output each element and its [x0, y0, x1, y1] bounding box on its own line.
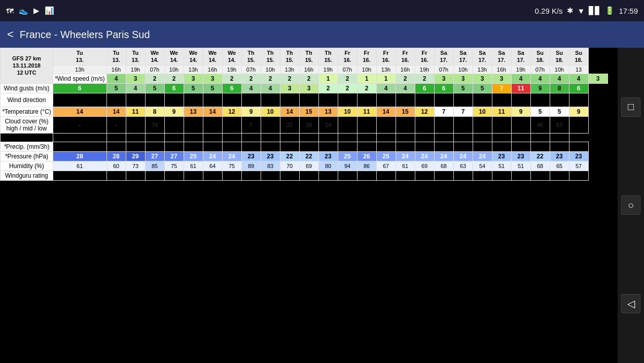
time-header: 10h [357, 65, 376, 74]
back-nav-button[interactable]: ◁ [621, 294, 640, 313]
wind-gust-cell: 4 [261, 83, 280, 93]
day-header: Th15. [318, 48, 338, 65]
wind-direction-cell: ↖ [222, 93, 241, 107]
day-header: Th15. [299, 48, 318, 65]
wind-direction-cell: ← [453, 93, 473, 107]
wind-speed-cell: 2 [241, 74, 261, 83]
temperature-cell: 15 [396, 107, 415, 116]
wind-speed-cell: 3 [434, 74, 453, 83]
windguru-rating-cell [453, 171, 473, 180]
wind-direction-cell: ← [396, 93, 415, 107]
windguru-rating-cell [126, 171, 145, 180]
humidity-cell: 51 [492, 161, 511, 171]
temperature-cell: 14 [106, 107, 126, 116]
wind-gusts-label: Wind gusts (m/s) [1, 83, 53, 93]
time-header: 16h [203, 65, 222, 74]
precip-cell [299, 142, 318, 151]
temperature-cell: 9 [241, 107, 261, 116]
day-header: Th15. [280, 48, 299, 65]
wind-direction-cell: ← [492, 93, 511, 107]
temperature-cell: 8 [145, 107, 164, 116]
wind-direction-cell: ← [511, 93, 530, 107]
windguru-rating-cell [415, 171, 434, 180]
precip-cell: - [53, 142, 106, 151]
cloud-mid-cell [299, 133, 318, 142]
pressure-cell: 23 [511, 151, 530, 161]
time-header: 16h [299, 65, 318, 74]
humidity-cell: 68 [530, 161, 550, 171]
day-header: Su18. [530, 48, 550, 65]
day-header: We14. [145, 48, 164, 65]
table-wrapper[interactable]: GFS 27 km13.11.201812 UTCTu13.Tu13.Tu13.… [0, 48, 618, 363]
time-header: 07h [530, 65, 550, 74]
wind-direction-cell: ← [473, 93, 492, 107]
wind-speed-cell: 3 [588, 74, 607, 83]
wind-speed-cell: 2 [415, 74, 434, 83]
temperature-cell: 7 [453, 107, 473, 116]
day-header: Sa17. [473, 48, 492, 65]
wind-speed-cell: 4 [530, 74, 550, 83]
day-header: Th15. [261, 48, 280, 65]
humidity-cell: 57 [569, 161, 588, 171]
wind-speed-label: *Wind speed (m/s) [53, 74, 106, 83]
pressure-cell: 22 [280, 151, 299, 161]
precip-cell [415, 142, 434, 151]
status-right: 0.29 K/s ✱ ▼ ▊▊ 🔋 17:59 [535, 6, 638, 15]
wind-gust-cell: 6 [434, 83, 453, 93]
wind-gust-cell: 3 [280, 83, 299, 93]
cloud-mid-cell [434, 133, 453, 142]
wind-speed-cell: 2 [396, 74, 415, 83]
day-header: Fr16. [396, 48, 415, 65]
precip-cell [453, 142, 473, 151]
back-button[interactable]: < [7, 28, 14, 41]
wind-speed-cell: 3 [473, 74, 492, 83]
pressure-cell: 25 [376, 151, 396, 161]
cloud-cover-cell [164, 116, 184, 133]
shoe-icon: 👟 [19, 6, 28, 15]
weather-table: GFS 27 km13.11.201812 UTCTu13.Tu13.Tu13.… [0, 48, 608, 181]
sidebar: □ ○ ◁ [618, 48, 644, 363]
pressure-cell: 24 [473, 151, 492, 161]
windguru-rating-cell [53, 171, 106, 180]
time-header: 19h [126, 65, 145, 74]
time-header: 10h [453, 65, 473, 74]
windguru-rating-cell [299, 171, 318, 180]
pressure-cell: 25 [338, 151, 357, 161]
day-header: We14. [164, 48, 184, 65]
wind-gust-cell: 6 [415, 83, 434, 93]
day-header: Tu13. [106, 48, 126, 65]
square-button[interactable]: □ [621, 97, 640, 117]
day-header: We14. [203, 48, 222, 65]
pressure-cell: 29 [126, 151, 145, 161]
windguru-rating-cell [357, 171, 376, 180]
windguru-rating-cell [203, 171, 222, 180]
windguru-rating-cell [434, 171, 453, 180]
cloud-mid-cell [106, 133, 126, 142]
cloud-cover-cell [492, 116, 511, 133]
humidity-cell: 61 [53, 161, 106, 171]
precip-cell [376, 142, 396, 151]
cloud-mid-cell [396, 133, 415, 142]
windguru-rating-cell [222, 171, 241, 180]
cloud-mid-cell [530, 133, 550, 142]
cloud-cover-cell [396, 116, 415, 133]
pressure-cell: 24 [415, 151, 434, 161]
windguru-rating-cell [318, 171, 338, 180]
time-header: 13h [473, 65, 492, 74]
precip-cell [396, 142, 415, 151]
humidity-cell: 63 [453, 161, 473, 171]
cloud-mid-cell [222, 133, 241, 142]
cloud-cover-cell: 67 [550, 116, 569, 133]
wind-direction-cell: ← [434, 93, 453, 107]
time-header: 16h [106, 65, 126, 74]
page-title: France - Wheelers Paris Sud [20, 29, 150, 41]
circle-button[interactable]: ○ [621, 195, 640, 215]
wind-gust-cell: 7 [492, 83, 511, 93]
wind-gust-cell: 4 [396, 83, 415, 93]
humidity-cell: 80 [318, 161, 338, 171]
pressure-cell: 24 [434, 151, 453, 161]
day-header: Sa17. [492, 48, 511, 65]
windguru-rating-cell [106, 171, 126, 180]
gfs-label: GFS 27 km13.11.201812 UTC [1, 48, 53, 84]
windguru-rating-cell [492, 171, 511, 180]
